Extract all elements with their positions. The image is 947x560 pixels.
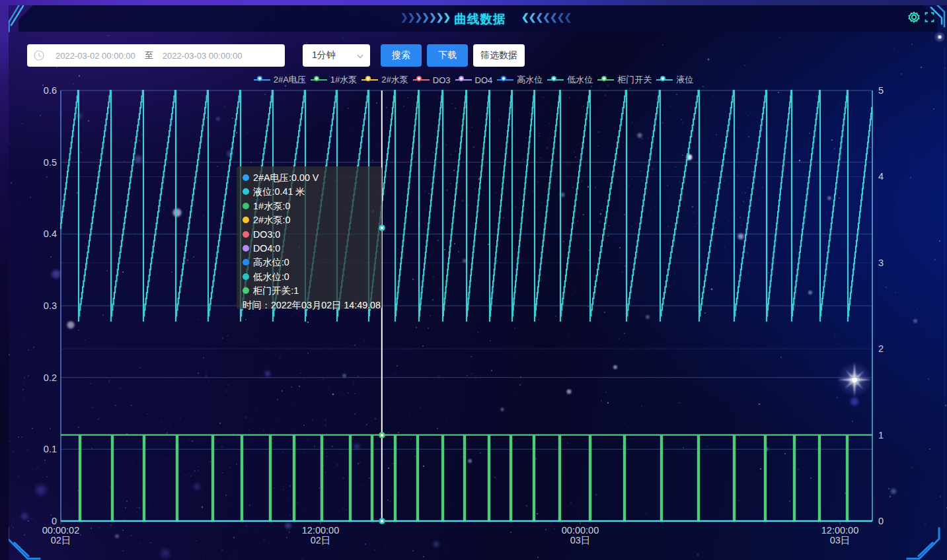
svg-text:12:00:00: 12:00:00: [821, 525, 858, 536]
svg-text:00:00:02: 00:00:02: [42, 525, 79, 536]
svg-text:0: 0: [878, 516, 884, 526]
svg-text:4: 4: [878, 171, 884, 182]
svg-text:00:00:00: 00:00:00: [562, 525, 599, 536]
svg-text:03日: 03日: [570, 535, 591, 545]
svg-text:5: 5: [878, 85, 884, 96]
svg-text:2: 2: [878, 343, 884, 354]
svg-text:0.4: 0.4: [44, 228, 57, 239]
svg-text:0.3: 0.3: [44, 300, 57, 311]
svg-text:3: 3: [878, 258, 884, 268]
svg-text:0.5: 0.5: [44, 157, 57, 168]
svg-text:0.6: 0.6: [44, 85, 57, 96]
svg-text:1: 1: [878, 430, 884, 440]
svg-text:02日: 02日: [51, 535, 71, 545]
svg-text:0.2: 0.2: [44, 372, 57, 383]
svg-text:12:00:00: 12:00:00: [302, 525, 339, 536]
svg-text:03日: 03日: [830, 535, 851, 545]
svg-text:02日: 02日: [311, 535, 331, 545]
svg-text:0.1: 0.1: [44, 444, 57, 454]
